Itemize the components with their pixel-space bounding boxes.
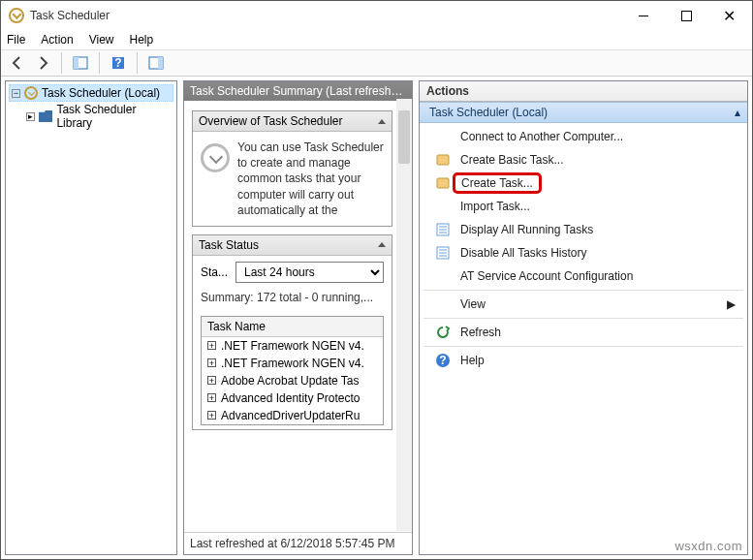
clock-icon [9, 8, 24, 23]
action-view[interactable]: View▶ [420, 293, 747, 316]
help-icon: ? [435, 353, 451, 368]
status-summary: Summary: 172 total - 0 running,... [193, 289, 392, 312]
summary-panel: Task Scheduler Summary (Last refreshed: … [183, 80, 413, 555]
tree-panel: − Task Scheduler (Local) ▸ Task Schedule… [5, 80, 177, 555]
overview-card: Overview of Task Scheduler You can use T… [192, 110, 392, 227]
chevron-up-icon [378, 242, 386, 247]
action-create-task[interactable]: Create Task... [420, 171, 747, 195]
divider [424, 290, 743, 291]
title-bar: Task Scheduler ✕ [1, 1, 752, 30]
separator [137, 52, 138, 74]
actions-panel: Actions Task Scheduler (Local) ▴ Connect… [419, 80, 748, 555]
tree-root[interactable]: − Task Scheduler (Local) [9, 84, 173, 102]
svg-rect-6 [437, 155, 449, 165]
action-label: AT Service Account Configuration [460, 269, 741, 283]
separator [99, 52, 100, 74]
status-bar: Last refreshed at 6/12/2018 5:57:45 PM [184, 532, 412, 554]
window-title: Task Scheduler [30, 9, 622, 22]
menu-file[interactable]: File [7, 33, 25, 47]
help-toolbar-button[interactable]: ? [108, 52, 129, 74]
status-label: Sta... [201, 265, 228, 279]
overview-header[interactable]: Overview of Task Scheduler [193, 111, 392, 132]
task-row[interactable]: +Advanced Identity Protecto [202, 389, 383, 407]
task-name: Advanced Identity Protecto [221, 389, 360, 407]
expand-icon[interactable]: + [207, 393, 216, 402]
watermark: wsxdn.com [675, 539, 742, 553]
overview-text: You can use Task Scheduler to create and… [237, 140, 384, 218]
tree-library[interactable]: ▸ Task Scheduler Library [9, 102, 173, 131]
menu-action[interactable]: Action [41, 33, 73, 47]
action-create-basic-task[interactable]: Create Basic Task... [420, 148, 747, 171]
folder-icon [39, 110, 53, 122]
clock-icon [24, 86, 38, 100]
none-icon [435, 296, 451, 312]
divider [424, 318, 743, 319]
action-connect-to-another-computer[interactable]: Connect to Another Computer... [420, 125, 747, 148]
toolbar: ? [1, 49, 752, 77]
chevron-right-icon: ▶ [727, 297, 736, 311]
menu-help[interactable]: Help [130, 33, 154, 47]
task-row[interactable]: +.NET Framework NGEN v4. [202, 337, 383, 355]
expand-icon[interactable]: + [207, 411, 216, 420]
svg-text:?: ? [439, 354, 446, 367]
svg-rect-5 [158, 57, 163, 69]
action-help[interactable]: ?Help [420, 349, 747, 372]
action-label: Import Task... [460, 200, 741, 213]
expand-icon[interactable]: ▸ [26, 112, 35, 121]
summary-header: Task Scheduler Summary (Last refreshed: … [184, 81, 412, 101]
svg-rect-7 [437, 178, 449, 188]
expand-icon[interactable]: + [207, 376, 216, 385]
status-filter-row: Sta... Last 24 hours [193, 256, 392, 289]
list-icon [435, 245, 451, 261]
window-controls: ✕ [622, 2, 750, 29]
task-name: Adobe Acrobat Update Tas [221, 372, 360, 389]
actions-list: Connect to Another Computer...Create Bas… [420, 123, 747, 374]
action-label: View [460, 297, 717, 311]
chevron-up-icon: ▴ [735, 106, 740, 119]
overview-body: You can use Task Scheduler to create and… [193, 132, 392, 226]
forward-button[interactable] [32, 52, 53, 74]
task-row[interactable]: +AdvancedDriverUpdaterRu [202, 407, 383, 424]
status-header[interactable]: Task Status [193, 235, 392, 256]
task-name: AdvancedDriverUpdaterRu [221, 407, 360, 424]
status-range-select[interactable]: Last 24 hours [235, 262, 384, 283]
task-row[interactable]: +.NET Framework NGEN v4. [202, 355, 383, 372]
task-name: .NET Framework NGEN v4. [221, 337, 364, 355]
chevron-up-icon [378, 119, 386, 124]
action-import-task[interactable]: Import Task... [420, 195, 747, 218]
refresh-icon [435, 325, 451, 340]
task-row[interactable]: +Adobe Acrobat Update Tas [202, 372, 383, 389]
minimize-button[interactable] [622, 2, 665, 29]
tree-root-label: Task Scheduler (Local) [42, 86, 160, 100]
expand-icon[interactable]: + [207, 341, 216, 350]
menu-view[interactable]: View [89, 33, 114, 47]
separator [61, 52, 62, 74]
action-at-service-account-configuration[interactable]: AT Service Account Configuration [420, 264, 747, 288]
action-label: Connect to Another Computer... [460, 130, 741, 143]
action-label: Display All Running Tasks [460, 223, 741, 236]
svg-text:?: ? [114, 56, 121, 70]
console-tree-toggle[interactable] [70, 52, 91, 74]
back-button[interactable] [7, 52, 28, 74]
tasklist-header[interactable]: Task Name [202, 317, 383, 337]
close-button[interactable]: ✕ [707, 2, 750, 29]
status-title: Task Status [199, 238, 259, 252]
maximize-button[interactable] [665, 2, 707, 29]
scrollbar-thumb[interactable] [398, 110, 410, 164]
collapse-icon[interactable]: − [12, 89, 20, 98]
actions-subheading[interactable]: Task Scheduler (Local) ▴ [420, 102, 747, 123]
tree-library-label: Task Scheduler Library [56, 103, 172, 130]
actions-heading: Actions [420, 81, 747, 102]
action-label: Refresh [460, 326, 741, 339]
task-list: Task Name +.NET Framework NGEN v4.+.NET … [201, 316, 384, 425]
action-disable-all-tasks-history[interactable]: Disable All Tasks History [420, 241, 747, 264]
expand-icon[interactable]: + [207, 358, 216, 367]
main-area: − Task Scheduler (Local) ▸ Task Schedule… [1, 77, 752, 559]
basic-icon [435, 175, 451, 191]
action-pane-toggle[interactable] [145, 52, 167, 74]
action-display-all-running-tasks[interactable]: Display All Running Tasks [420, 218, 747, 241]
action-refresh[interactable]: Refresh [420, 321, 747, 344]
task-name: .NET Framework NGEN v4. [221, 355, 364, 372]
action-label: Create Task... [460, 172, 741, 194]
actions-sub-label: Task Scheduler (Local) [429, 106, 548, 119]
